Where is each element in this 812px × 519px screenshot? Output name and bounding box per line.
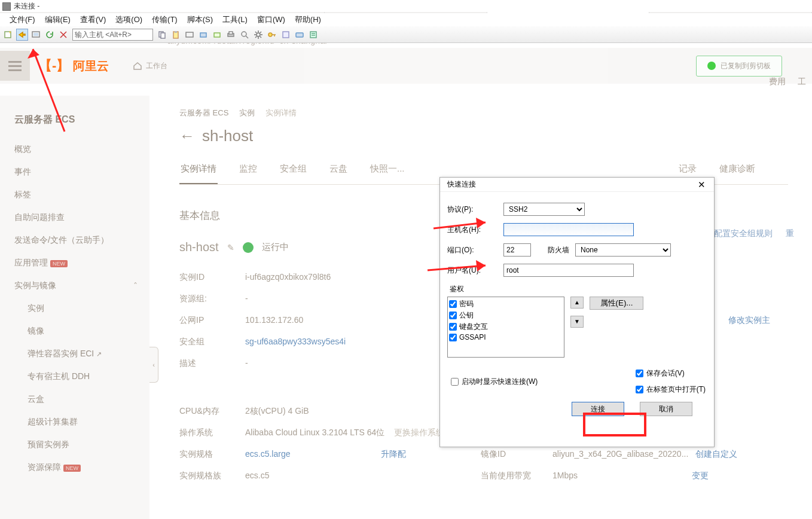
- new-badge: NEW: [50, 260, 68, 267]
- host-input[interactable]: 输入主机 <Alt+R>: [72, 29, 153, 41]
- label-spec: 实例规格: [179, 449, 245, 460]
- toolbar-btn[interactable]: [294, 29, 306, 41]
- label-desc: 描述: [179, 358, 245, 369]
- toolbar-disconnect-icon[interactable]: [57, 29, 69, 41]
- workbench-link[interactable]: 工作台: [133, 61, 167, 71]
- toolbar-btn[interactable]: [280, 29, 292, 41]
- auth-item-publickey[interactable]: 公钥: [449, 310, 563, 321]
- label-port: 端口(O):: [447, 245, 497, 255]
- move-down-button[interactable]: ▼: [570, 316, 584, 328]
- tab-snapshot[interactable]: 快照一...: [369, 163, 406, 184]
- sidebar-item-tags[interactable]: 标签: [0, 184, 149, 206]
- toolbar-new-icon[interactable]: [2, 29, 14, 41]
- toolbar-key-icon[interactable]: [266, 29, 278, 41]
- username-input[interactable]: [503, 264, 634, 277]
- cloud-header: 【-】阿里云 工作台 已复制到剪切板: [0, 48, 812, 84]
- sidebar-item-image[interactable]: 镜像: [0, 320, 149, 343]
- toolbar-sessions-icon[interactable]: [30, 29, 42, 41]
- move-up-button[interactable]: ▲: [570, 297, 584, 309]
- close-icon[interactable]: ✕: [694, 178, 709, 191]
- action-change-os[interactable]: 更换操作系统: [394, 428, 444, 437]
- toolbar-copy-icon[interactable]: [156, 29, 168, 41]
- hostname-input[interactable]: [503, 223, 634, 236]
- hamburger-icon[interactable]: [0, 51, 30, 81]
- cancel-button[interactable]: 取消: [640, 402, 692, 416]
- menu-script[interactable]: 脚本(S): [182, 13, 218, 26]
- sidebar-item-cloudbox[interactable]: 云盒: [0, 388, 149, 411]
- toolbar-btn[interactable]: [307, 29, 319, 41]
- action-config-sg[interactable]: 配置安全组规则: [714, 228, 773, 239]
- menu-window[interactable]: 窗口(W): [252, 13, 290, 26]
- header-right: 费用 工: [769, 77, 806, 87]
- action-create-custom[interactable]: 创建自定义: [695, 449, 737, 459]
- pencil-icon[interactable]: ✎: [227, 243, 234, 252]
- menu-options[interactable]: 选项(O): [111, 13, 147, 26]
- sidebar-item-sendcmd[interactable]: 发送命令/文件（云助手）: [0, 229, 149, 252]
- toolbar-find-icon[interactable]: [239, 29, 251, 41]
- sidebar-group-instances[interactable]: 实例与镜像˄: [0, 274, 149, 297]
- svg-point-14: [268, 33, 272, 36]
- menu-edit[interactable]: 编辑(E): [40, 13, 75, 26]
- sidebar-item-eci[interactable]: 弹性容器实例 ECI ↗: [0, 343, 149, 365]
- firewall-select[interactable]: None: [575, 243, 671, 257]
- sidebar-item-ddh[interactable]: 专有宿主机 DDH: [0, 365, 149, 388]
- work-link[interactable]: 工: [798, 77, 806, 87]
- checkbox-save-session[interactable]: 保存会话(V): [636, 368, 706, 378]
- titlebar: 未连接 -: [0, 0, 812, 13]
- toolbar-btn[interactable]: [211, 29, 223, 41]
- toolbar-btn[interactable]: [184, 29, 196, 41]
- tab-sg[interactable]: 安全组: [279, 163, 308, 184]
- sidebar-item-scc[interactable]: 超级计算集群: [0, 411, 149, 433]
- toolbar-reconnect-icon[interactable]: [44, 29, 56, 41]
- sidebar-item-overview[interactable]: 概览: [0, 138, 149, 161]
- action-reboot[interactable]: 重: [786, 228, 794, 239]
- properties-button[interactable]: 属性(E)...: [590, 297, 643, 310]
- svg-rect-9: [214, 33, 220, 37]
- tab-monitor[interactable]: 监控: [238, 163, 258, 184]
- tab-health[interactable]: 健康诊断: [718, 163, 756, 184]
- checkbox-open-in-tab[interactable]: 在标签页中打开(T): [636, 384, 706, 395]
- sidebar-item-reserved[interactable]: 预留实例券: [0, 433, 149, 456]
- cost-link[interactable]: 费用: [769, 77, 786, 87]
- menu-transfer[interactable]: 传输(T): [147, 13, 182, 26]
- menu-file[interactable]: 文件(F): [5, 13, 40, 26]
- toolbar-settings-icon[interactable]: [252, 29, 264, 41]
- toolbar-quickconnect-icon[interactable]: [16, 29, 28, 41]
- sidebar-item-events[interactable]: 事件: [0, 161, 149, 184]
- back-arrow-icon[interactable]: ←: [179, 127, 195, 145]
- svg-point-13: [257, 33, 260, 36]
- toolbar-btn[interactable]: [197, 29, 209, 41]
- crumb-item: 实例详情: [265, 108, 297, 118]
- sidebar-item-resguard[interactable]: 资源保障NEW: [0, 456, 149, 479]
- crumb-item[interactable]: 实例: [239, 108, 255, 118]
- sidebar-item-appmgmt[interactable]: 应用管理NEW: [0, 252, 149, 274]
- action-resize[interactable]: 升降配: [381, 449, 406, 459]
- protocol-select[interactable]: SSH2: [503, 203, 585, 216]
- auth-item-gssapi[interactable]: GSSAPI: [449, 332, 563, 342]
- toolbar-paste-icon[interactable]: [170, 29, 182, 41]
- tab-disk[interactable]: 云盘: [328, 163, 349, 184]
- toolbar-print-icon[interactable]: [225, 29, 237, 41]
- checkbox-show-on-start[interactable]: 启动时显示快速连接(W): [451, 368, 538, 395]
- menu-view[interactable]: 查看(V): [75, 13, 111, 26]
- auth-item-keyboard[interactable]: 键盘交互: [449, 321, 563, 332]
- quick-connect-dialog: 快速连接 ✕ 协议(P): SSH2 主机名(H): 端口(O): 防火墙 No…: [439, 177, 715, 447]
- logo[interactable]: 【-】阿里云: [39, 57, 109, 75]
- toast-copied: 已复制到剪切板: [696, 56, 782, 77]
- action-change-bw[interactable]: 变更: [692, 471, 709, 480]
- port-input[interactable]: [503, 243, 531, 257]
- value-spec[interactable]: ecs.c5.large: [245, 449, 290, 459]
- menu-help[interactable]: 帮助(H): [290, 13, 326, 26]
- value-bandwidth: 1Mbps: [552, 471, 578, 480]
- sidebar-item-instance[interactable]: 实例: [0, 297, 149, 320]
- tab-detail[interactable]: 实例详情: [179, 163, 218, 184]
- sidebar-item-selfhelp[interactable]: 自助问题排查: [0, 206, 149, 229]
- connect-button[interactable]: 连接: [572, 402, 624, 416]
- label-instance-id: 实例ID: [179, 272, 245, 283]
- label-os: 操作系统: [179, 428, 245, 438]
- crumb-item[interactable]: 云服务器 ECS: [179, 108, 228, 118]
- toolbar: 输入主机 <Alt+R>: [0, 26, 812, 43]
- menu-tools[interactable]: 工具(L): [218, 13, 252, 26]
- auth-list[interactable]: 密码 公钥 键盘交互 GSSAPI: [447, 297, 564, 358]
- auth-item-password[interactable]: 密码: [449, 298, 563, 310]
